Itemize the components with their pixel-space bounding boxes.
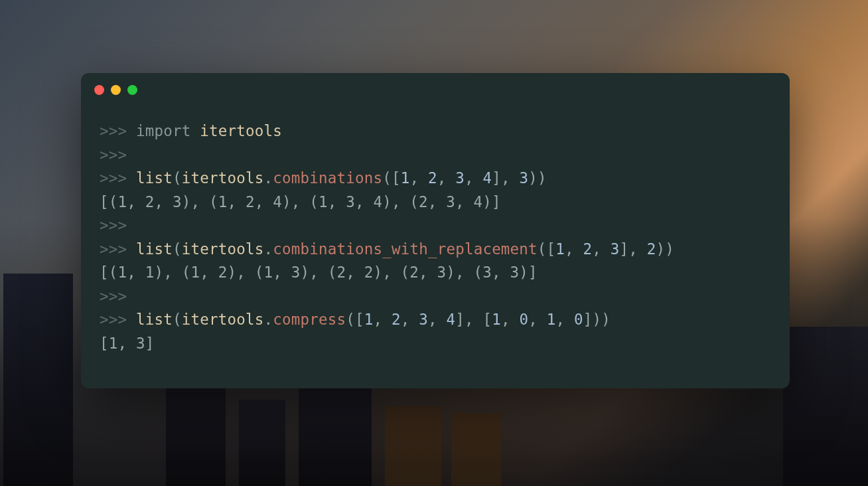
fn-list: list [136,311,173,328]
close-icon[interactable] [94,85,104,95]
repl-prompt: >>> [100,287,127,305]
repl-prompt: >>> [100,311,136,328]
repl-prompt: >>> [100,146,127,163]
output-line: [1, 3] [100,335,154,352]
window-titlebar [81,73,790,106]
repl-prompt: >>> [100,122,136,139]
repl-prompt: >>> [100,216,127,234]
repl-prompt: >>> [100,240,136,258]
repl-prompt: >>> [100,169,136,187]
output-line: [(1, 1), (1, 2), (1, 3), (2, 2), (2, 3),… [100,264,538,281]
module-name: itertools [200,122,282,139]
fn-combinations: combinations [273,169,382,187]
minimize-icon[interactable] [111,85,121,95]
fn-list: list [136,169,173,187]
keyword-import: import [136,122,190,139]
fn-combinations-wr: combinations_with_replacement [273,240,538,258]
output-line: [(1, 2, 3), (1, 2, 4), (1, 3, 4), (2, 3,… [100,193,501,210]
fn-compress: compress [273,311,346,328]
fn-list: list [136,240,173,258]
terminal-window: >>> import itertools >>> >>> list(iterto… [81,73,790,388]
maximize-icon[interactable] [127,85,137,95]
terminal-body[interactable]: >>> import itertools >>> >>> list(iterto… [81,106,790,362]
